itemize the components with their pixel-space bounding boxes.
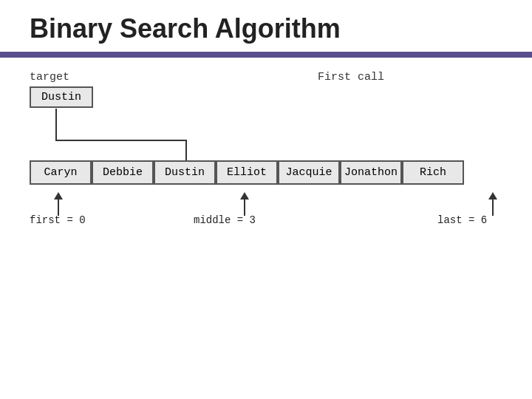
target-label: target [30, 71, 69, 83]
first-label: first = 0 [30, 214, 86, 227]
top-labels-row: target First call [30, 71, 502, 83]
middle-label: middle = 3 [194, 214, 256, 227]
page: Binary Search Algorithm target First cal… [0, 0, 532, 399]
connector-horiz-to-dustin [55, 140, 186, 141]
diagram-area: Dustin Caryn Debbie [30, 86, 502, 234]
last-label: last = 6 [437, 214, 487, 227]
page-title: Binary Search Algorithm [30, 13, 341, 44]
connector-vert-from-target [55, 109, 57, 140]
arrow-first [54, 192, 63, 216]
array-cell-jonathon: Jonathon [340, 160, 402, 185]
array-cell-caryn: Caryn [30, 160, 92, 185]
first-call-label: First call [318, 71, 384, 83]
array-cell-jacquie: Jacquie [278, 160, 340, 185]
arrow-middle [240, 192, 249, 216]
array-row: Caryn Debbie Dustin Elliot Jacquie [30, 160, 464, 185]
array-cell-rich: Rich [402, 160, 464, 185]
array-cell-debbie: Debbie [92, 160, 154, 185]
title-bar: Binary Search Algorithm [0, 0, 532, 52]
array-cell-elliot: Elliot [216, 160, 278, 185]
arrow-last [488, 192, 497, 216]
accent-bar [0, 52, 532, 58]
content-area: target First call Dustin Caryn [0, 58, 532, 234]
target-box: Dustin [30, 86, 93, 108]
array-cell-dustin: Dustin [154, 160, 216, 185]
